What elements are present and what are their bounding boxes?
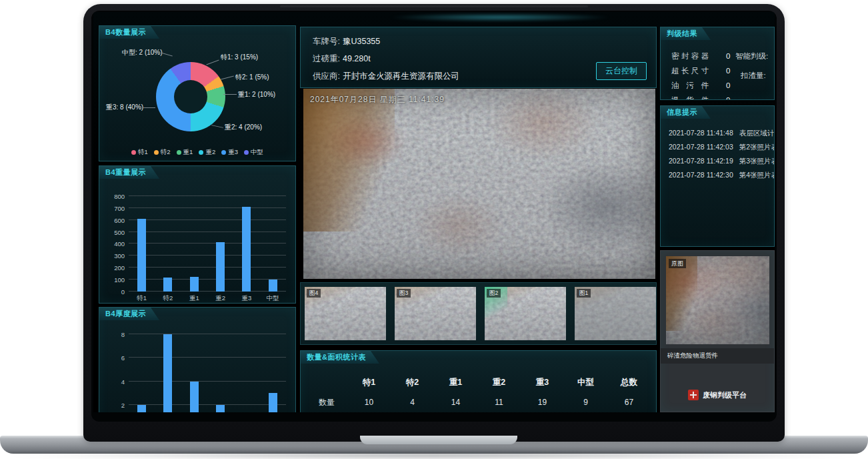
y-axis-tick: 4 — [106, 378, 125, 385]
supplier-label: 供应商: — [313, 71, 340, 81]
thumbnail-badge: 图3 — [397, 289, 411, 298]
x-axis-labels: 特1特2重1重2重3中型 — [129, 294, 286, 303]
table-cell: 19 — [521, 398, 564, 407]
column-header: 中型 — [564, 377, 607, 388]
bar — [269, 280, 277, 292]
donut-label: 特1: 3 (15%) — [221, 53, 258, 62]
thickness-bar-chart: 2468特1特2重1重2重3中型 — [106, 325, 289, 412]
photo-vignette — [666, 256, 769, 344]
bar-column — [261, 190, 285, 292]
weigh-label: 过磅重: — [313, 54, 340, 63]
y-axis-tick: 300 — [106, 252, 125, 260]
original-scrap-photo[interactable]: 原图 — [666, 256, 769, 344]
log-time: 2021-07-28 11:42:19 — [669, 157, 733, 165]
bar — [190, 277, 199, 292]
donut-leader-line — [221, 76, 234, 80]
info-tip-panel: 信息提示 2021-07-28 11:41:48表层区域计算成功2021-07-… — [660, 105, 775, 247]
bar-series — [129, 325, 286, 412]
photo-timestamp: 2021年07月28日 星期三 11:41:39 — [310, 94, 445, 105]
stats-table: 特1特2重1重2重3中型总数数量104141119967面积 — [306, 372, 651, 412]
log-line: 2021-07-28 11:42:30第4张照片表层开 — [669, 168, 774, 182]
legend-item[interactable]: 中型 — [244, 148, 263, 157]
thumbnail-badge: 图1 — [577, 289, 591, 298]
table-cell: 10 — [347, 398, 391, 407]
bar — [137, 405, 146, 412]
table-cell: 67 — [607, 398, 651, 407]
x-axis-label: 特2 — [156, 294, 180, 303]
donut-label: 重1: 2 (10%) — [238, 90, 275, 99]
donut-label: 特2: 1 (5%) — [235, 73, 269, 82]
plate-line: 车牌号:豫U35355 — [313, 33, 656, 50]
grade-side-labels: 智能判级: 扣渣量: — [735, 51, 775, 90]
x-axis-label: 中型 — [261, 294, 285, 303]
legend-dot — [177, 150, 181, 155]
ptz-control-button[interactable]: 云台控制 — [596, 62, 647, 80]
table-header-row: 特1特2重1重2重3中型总数 — [306, 372, 651, 392]
laptop-screen: B4数量展示 特1: 3 (15%)特2: 1 (5%)重1: 2 (10%)重… — [91, 11, 777, 422]
log-text: 第4张照片表层开 — [739, 171, 774, 179]
donut-leader-line — [161, 53, 173, 57]
grade-result-panel: 判级结果 密封容器0超长尺寸0油污件0退货件0 智能判级: 扣渣量: — [660, 27, 775, 100]
legend-dot — [131, 150, 136, 155]
brand-row: 废钢判级平台 — [661, 390, 774, 400]
donut-leader-line — [206, 60, 219, 65]
y-axis-tick: 600 — [106, 216, 125, 223]
grade-row: 退货件0 — [671, 93, 730, 100]
x-axis-label: 重2 — [209, 294, 233, 303]
grade-result-title: 判级结果 — [661, 27, 711, 40]
y-axis-tick: 2 — [106, 401, 125, 408]
legend-dot — [154, 150, 159, 155]
legend-dot — [244, 150, 249, 155]
legend-item[interactable]: 重1 — [177, 148, 193, 157]
log-list: 2021-07-28 11:41:48表层区域计算成功2021-07-28 11… — [669, 126, 774, 182]
bar-column — [209, 325, 233, 412]
deduct-weight-label: 扣渣量: — [735, 71, 775, 81]
y-axis-tick: 800 — [106, 192, 125, 199]
donut-label: 重3: 8 (40%) — [106, 103, 143, 112]
dashboard: B4数量展示 特1: 3 (15%)特2: 1 (5%)重1: 2 (10%)重… — [93, 12, 775, 412]
count-panel: B4数量展示 特1: 3 (15%)特2: 1 (5%)重1: 2 (10%)重… — [99, 25, 296, 161]
grade-label: 油污件 — [671, 81, 709, 91]
smart-grade-label: 智能判级: — [735, 51, 775, 61]
legend-item[interactable]: 特2 — [154, 148, 171, 157]
photo-thumbnail[interactable]: 图1 — [575, 287, 656, 340]
column-header: 特2 — [391, 377, 434, 388]
photo-thumbnail[interactable]: 图4 — [305, 287, 386, 340]
log-text: 第3张照片表层开 — [739, 157, 774, 165]
y-axis-tick: 400 — [106, 240, 125, 248]
legend-label: 特1 — [138, 148, 148, 157]
y-axis-tick: 700 — [106, 204, 125, 211]
legend-label: 重1 — [183, 148, 193, 157]
legend-item[interactable]: 重3 — [221, 148, 238, 157]
weight-panel-title: B4重量展示 — [99, 166, 159, 179]
thickness-panel-title: B4厚度展示 — [99, 308, 159, 320]
weigh-value: 49.280t — [343, 54, 371, 63]
plate-label: 车牌号: — [313, 37, 340, 46]
screen-glare — [390, 13, 610, 21]
donut-legend: 特1特2重1重2重3中型 — [99, 148, 295, 157]
y-axis-tick: 500 — [106, 228, 125, 236]
laptop-base-notch — [360, 436, 517, 444]
grade-row: 油污件0 — [671, 78, 730, 93]
bar-series — [129, 190, 286, 292]
row-label: 数量 — [306, 397, 347, 408]
log-line: 2021-07-28 11:42:19第3张照片表层开 — [669, 154, 774, 168]
photo-thumbnail[interactable]: 图2 — [485, 287, 566, 340]
count-panel-title: B4数量展示 — [99, 26, 159, 39]
legend-item[interactable]: 重2 — [199, 148, 215, 157]
bar — [216, 405, 225, 412]
legend-item[interactable]: 特1 — [131, 148, 148, 157]
bar-column — [130, 190, 154, 292]
legend-label: 重2 — [205, 148, 215, 157]
donut-label: 中型: 2 (10%) — [122, 48, 163, 57]
bar-column — [235, 190, 259, 292]
log-time: 2021-07-28 11:41:48 — [669, 129, 733, 137]
donut-leader-line — [211, 125, 223, 128]
main-scrap-photo[interactable]: 2021年07月28日 星期三 11:41:39 — [303, 89, 655, 279]
photo-thumbnail[interactable]: 图3 — [395, 287, 476, 340]
legend-dot — [221, 150, 226, 155]
table-row: 数量104141119967 — [306, 392, 651, 412]
log-time: 2021-07-28 11:42:03 — [669, 143, 733, 151]
y-axis-tick: 200 — [106, 264, 125, 272]
weight-panel: B4重量展示 0100200300400500600700800特1特2重1重2… — [99, 165, 296, 304]
